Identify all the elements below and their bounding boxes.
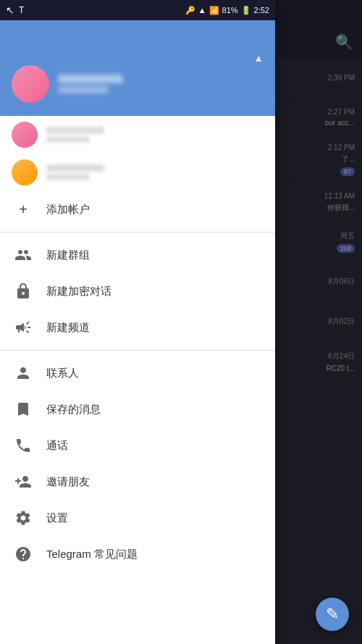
- status-bar: ↖ T 🔑 ▲ 📶 81% 🔋 2:52: [0, 0, 275, 20]
- compose-fab[interactable]: ✎: [316, 598, 349, 631]
- faq-label: Telegram 常见问题: [46, 548, 138, 561]
- account-phone: [58, 86, 109, 93]
- menu-item-invite[interactable]: 邀请朋友: [0, 464, 275, 500]
- battery-icon: 🔋: [241, 6, 251, 15]
- saved-label: 保存的消息: [46, 403, 101, 417]
- menu-item-saved[interactable]: 保存的消息: [0, 391, 275, 427]
- bookmark-icon: [14, 401, 32, 418]
- secondary-account-info: [46, 164, 104, 180]
- group-icon: [14, 246, 32, 264]
- wifi-icon: ▲: [198, 6, 206, 14]
- menu-item-new-group[interactable]: 新建群组: [0, 237, 275, 273]
- cursor-icon: ↖: [6, 4, 14, 16]
- signal-icon: 📶: [209, 6, 219, 15]
- account-name: [58, 75, 123, 83]
- accounts-section: + 添加帐户: [0, 116, 275, 237]
- new-group-label: 新建群组: [46, 248, 90, 262]
- primary-account-info: [58, 75, 123, 93]
- menu-item-faq[interactable]: Telegram 常见问题: [0, 536, 275, 572]
- new-secret-label: 新建加密对话: [46, 285, 111, 298]
- calls-label: 通话: [46, 439, 68, 453]
- t-icon: T: [19, 5, 24, 15]
- menu-item-settings[interactable]: 设置: [0, 500, 275, 536]
- status-left: ↖ T: [6, 4, 24, 16]
- secondary-account-info: [46, 127, 104, 143]
- primary-account-row: [12, 65, 264, 103]
- account-row[interactable]: [0, 154, 275, 191]
- divider: [0, 232, 275, 233]
- person-icon: [14, 364, 32, 382]
- phone-icon: [14, 437, 32, 454]
- account-row[interactable]: [0, 116, 275, 154]
- plus-icon: +: [14, 201, 32, 218]
- menu-item-contacts[interactable]: 联系人: [0, 355, 275, 391]
- account-info-area: [0, 65, 275, 109]
- menu-item-calls[interactable]: 通话: [0, 427, 275, 464]
- secondary-phone: [46, 174, 90, 180]
- primary-avatar[interactable]: [12, 65, 49, 103]
- navigation-drawer: ↖ T 🔑 ▲ 📶 81% 🔋 2:52 ▲: [0, 0, 275, 644]
- battery-percent: 81%: [222, 6, 238, 14]
- secondary-name: [46, 127, 104, 134]
- chevron-up-icon[interactable]: ▲: [253, 52, 264, 64]
- contacts-label: 联系人: [46, 367, 79, 380]
- drawer-menu: 新建群组 新建加密对话 新建频道 联系人: [0, 237, 275, 644]
- add-account-label: 添加帐户: [46, 203, 90, 217]
- megaphone-icon: [14, 319, 32, 336]
- clock: 2:52: [254, 6, 269, 14]
- menu-item-new-channel[interactable]: 新建频道: [0, 309, 275, 346]
- help-icon: [14, 545, 32, 563]
- secondary-avatar-2: [12, 159, 38, 185]
- secondary-phone: [46, 136, 90, 143]
- new-channel-label: 新建频道: [46, 321, 90, 335]
- settings-icon: [14, 509, 32, 527]
- menu-item-new-secret[interactable]: 新建加密对话: [0, 273, 275, 309]
- add-account-button[interactable]: + 添加帐户: [0, 191, 275, 227]
- invite-label: 邀请朋友: [46, 475, 90, 489]
- person-add-icon: [14, 473, 32, 490]
- status-right: 🔑 ▲ 📶 81% 🔋 2:52: [185, 6, 269, 15]
- settings-label: 设置: [46, 511, 68, 525]
- drawer-overlay[interactable]: [275, 0, 362, 644]
- compose-icon: ✎: [326, 605, 339, 624]
- divider: [0, 350, 275, 351]
- key-icon: 🔑: [185, 6, 195, 15]
- secondary-name: [46, 164, 104, 172]
- lock-icon: [14, 283, 32, 300]
- secondary-avatar-1: [12, 122, 38, 148]
